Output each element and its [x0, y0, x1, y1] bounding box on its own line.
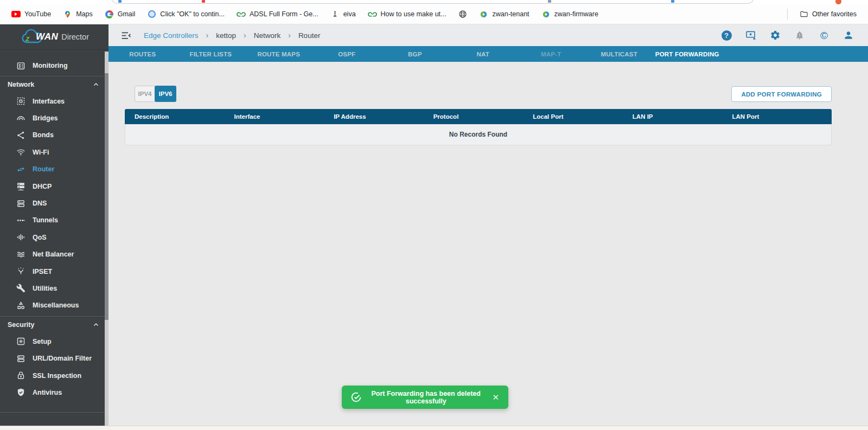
sidebar-item-bridges[interactable]: Bridges: [0, 110, 108, 126]
copyright-icon[interactable]: ©: [819, 30, 829, 41]
bookmark-label: zwan-firmware: [554, 10, 598, 18]
bookmark-label: YouTube: [24, 10, 51, 18]
sidebar-item-dns[interactable]: DNS: [0, 195, 108, 211]
sidebar-item-url-domain-filter[interactable]: URL/Domain Filter: [0, 350, 108, 367]
url-filter-icon: [16, 354, 25, 363]
other-favorites-label: Other favorites: [812, 10, 857, 18]
sidebar-item-qos[interactable]: QoS: [0, 229, 108, 246]
logo-brand: WAN: [36, 31, 58, 42]
sidebar-item-interfaces[interactable]: Interfaces: [0, 93, 108, 110]
screen: YouTube Maps Gmail Click "OK" to contin.…: [0, 0, 868, 430]
omnibox-bottom-edge: [111, 0, 754, 4]
sidebar-item-tunnels[interactable]: Tunnels: [0, 212, 108, 229]
miscellaneous-icon: [16, 301, 25, 310]
breadcrumb-edge-controllers[interactable]: Edge Controllers: [144, 31, 199, 40]
sidebar-item-utilities[interactable]: Utilities: [0, 280, 108, 297]
setup-icon: [16, 337, 25, 346]
ipset-icon: [16, 267, 25, 276]
sidebar-section-network[interactable]: Network: [0, 78, 108, 92]
router-tabbar: ROUTES FILTER LISTS ROUTE MAPS OSPF BGP …: [108, 46, 868, 62]
sidebar-item-setup[interactable]: Setup: [0, 333, 108, 350]
geeksforgeeks-favicon: [368, 10, 377, 19]
geeksforgeeks-favicon: [237, 10, 246, 19]
bookmark-adsl[interactable]: ADSL Full Form - Ge...: [231, 7, 324, 22]
bookmark-gmail[interactable]: Gmail: [99, 7, 142, 22]
tab-multicast[interactable]: MULTICAST: [585, 46, 654, 62]
sidebar-item-label: Interfaces: [33, 98, 65, 105]
bookmark-globe[interactable]: [452, 7, 473, 22]
sidebar-item-wifi[interactable]: Wi-Fi: [0, 144, 108, 161]
port-forwarding-table: Description Interface IP Address Protoco…: [125, 109, 832, 145]
tab-nat[interactable]: NAT: [449, 46, 518, 62]
tab-port-forwarding[interactable]: PORT FORWARDING: [653, 46, 722, 62]
favicon-fragment: [671, 0, 674, 3]
add-port-forwarding-button[interactable]: ADD PORT FORWARDING: [731, 86, 832, 102]
bookmark-zwan-firmware[interactable]: zwan-firmware: [535, 7, 604, 22]
sidebar-scrollbar[interactable]: [105, 52, 108, 426]
bookmark-make-util[interactable]: How to use make ut...: [362, 7, 452, 22]
gear-icon[interactable]: [770, 30, 781, 41]
breadcrumb-kettop: kettop: [216, 31, 236, 40]
sidebar-collapse-icon[interactable]: [120, 30, 132, 41]
monitoring-icon: [16, 61, 25, 70]
help-icon[interactable]: ?: [721, 30, 732, 41]
dhcp-icon: [16, 182, 25, 191]
tab-filter-lists[interactable]: FILTER LISTS: [177, 46, 245, 62]
bookmark-label: Click "OK" to contin...: [160, 10, 225, 18]
app-logo: z WAN Director: [0, 24, 108, 50]
tunnels-icon: [16, 216, 25, 225]
tab-ospf[interactable]: OSPF: [313, 46, 381, 62]
breadcrumb-network: Network: [254, 31, 281, 40]
bookmark-maps[interactable]: Maps: [57, 7, 99, 22]
breadcrumb-separator: ›: [206, 31, 209, 40]
chevron-up-icon: [93, 81, 99, 88]
ipv4-toggle-button[interactable]: IPV4: [135, 86, 155, 102]
bookmark-eiva[interactable]: eiva: [324, 7, 362, 22]
divider: [0, 76, 108, 76]
column-header-protocol: Protocol: [433, 113, 533, 120]
sidebar-item-label: Antivirus: [33, 389, 62, 396]
blue-circle-favicon: [147, 10, 156, 19]
column-header-lan-port: LAN Port: [732, 113, 832, 120]
tab-routes[interactable]: ROUTES: [108, 46, 177, 62]
sidebar: z WAN Director Monitoring Network: [0, 24, 108, 426]
toast-close-icon[interactable]: ✕: [490, 392, 501, 403]
sidebar-item-label: SSL Inspection: [33, 372, 81, 380]
tab-bgp[interactable]: BGP: [381, 46, 449, 62]
sidebar-item-label: DNS: [33, 200, 47, 207]
section-label: Network: [8, 81, 34, 88]
ipv6-toggle-button[interactable]: IPV6: [155, 86, 176, 102]
favicon-fragment: [118, 0, 122, 3]
toast-message: Port Forwarding has been deleted success…: [369, 390, 483, 405]
top-header: Edge Controllers › kettop › Network › Ro…: [108, 24, 868, 46]
sidebar-item-dhcp[interactable]: DHCP: [0, 178, 108, 195]
sidebar-item-antivirus[interactable]: Antivirus: [0, 384, 108, 401]
bookmark-youtube[interactable]: YouTube: [5, 7, 57, 22]
svg-text:z: z: [25, 34, 30, 43]
sidebar-section-security[interactable]: Security: [0, 318, 108, 332]
sidebar-item-net-balancer[interactable]: Net Balancer: [0, 246, 108, 263]
sidebar-item-label: QoS: [33, 234, 47, 241]
statue-favicon: [330, 10, 340, 19]
bookmark-click-ok[interactable]: Click "OK" to contin...: [141, 7, 231, 22]
notifications-bell-icon[interactable]: [794, 30, 805, 41]
google-maps-pin-icon: [63, 10, 72, 19]
sidebar-scrollbar-thumb[interactable]: [105, 73, 108, 320]
sidebar-item-ssl-inspection[interactable]: SSL Inspection: [0, 367, 108, 384]
sidebar-item-bonds[interactable]: Bonds: [0, 127, 108, 144]
other-favorites-button[interactable]: Other favorites: [793, 7, 863, 22]
bookmark-zwan-tenant[interactable]: zwan-tenant: [473, 7, 535, 22]
tab-map-t[interactable]: MAP-T: [517, 46, 585, 62]
sidebar-item-label: IPSET: [33, 268, 52, 275]
folder-icon: [799, 10, 808, 19]
sidebar-item-label: Setup: [33, 338, 52, 345]
screen-share-icon[interactable]: [745, 30, 756, 41]
sidebar-item-label: Utilities: [33, 285, 57, 292]
sidebar-item-miscellaneous[interactable]: Miscellaneous: [0, 297, 108, 314]
sidebar-item-ipset[interactable]: IPSET: [0, 263, 108, 280]
sidebar-item-monitoring[interactable]: Monitoring: [0, 55, 108, 76]
tab-route-maps[interactable]: ROUTE MAPS: [245, 46, 313, 62]
table-header-row: Description Interface IP Address Protoco…: [125, 109, 832, 124]
user-account-icon[interactable]: [843, 30, 854, 41]
sidebar-item-router[interactable]: Router: [0, 161, 108, 178]
